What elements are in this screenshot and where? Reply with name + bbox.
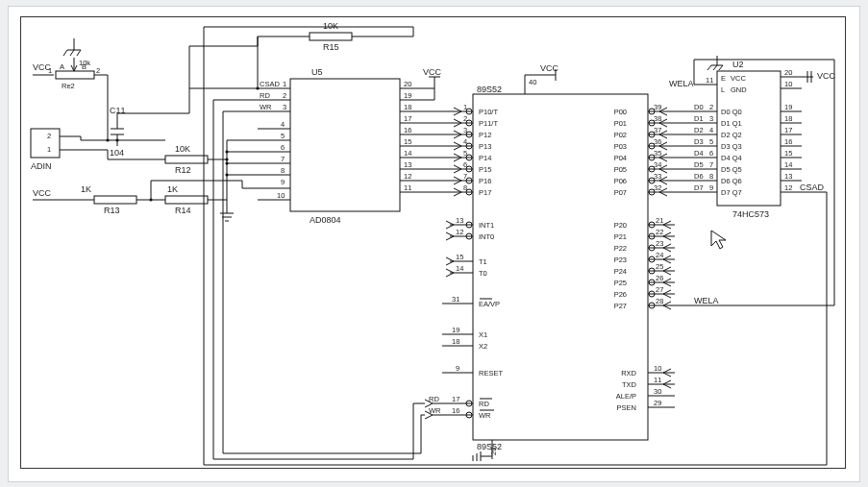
svg-text:5: 5 (281, 132, 285, 140)
svg-text:9: 9 (456, 364, 459, 373)
svg-text:15: 15 (784, 149, 792, 158)
resistor-r15: 10K R15 (310, 21, 352, 52)
svg-text:18: 18 (784, 114, 792, 123)
svg-text:P16: P16 (479, 177, 491, 185)
svg-text:8: 8 (709, 172, 713, 181)
svg-text:23: 23 (656, 239, 663, 248)
svg-text:10K: 10K (323, 21, 338, 31)
svg-text:D5: D5 (694, 160, 704, 169)
svg-text:10: 10 (654, 364, 661, 373)
svg-text:AD0804: AD0804 (310, 215, 341, 225)
svg-text:89S52: 89S52 (477, 85, 502, 94)
gnd-symbol-pot (63, 38, 81, 56)
svg-point-68 (225, 173, 228, 176)
svg-text:RD: RD (260, 91, 270, 100)
svg-text:14: 14 (404, 149, 411, 158)
svg-text:28: 28 (656, 297, 663, 305)
svg-text:WR: WR (429, 406, 441, 415)
svg-text:17: 17 (784, 126, 792, 134)
svg-text:WR: WR (479, 411, 491, 420)
svg-line-315 (713, 65, 717, 70)
svg-text:P21: P21 (614, 232, 627, 241)
svg-rect-45 (94, 196, 136, 204)
svg-rect-49 (165, 196, 208, 204)
svg-text:P11/T: P11/T (479, 119, 498, 128)
svg-text:11: 11 (404, 183, 411, 192)
svg-text:40: 40 (529, 78, 536, 86)
svg-text:38: 38 (654, 114, 661, 123)
svg-text:P14: P14 (479, 154, 491, 162)
svg-text:4: 4 (709, 126, 713, 134)
svg-text:GND: GND (731, 85, 747, 94)
svg-line-314 (707, 65, 711, 70)
svg-text:16: 16 (784, 137, 792, 146)
svg-line-2 (63, 50, 67, 56)
svg-text:P15: P15 (479, 165, 491, 174)
svg-point-57 (149, 198, 152, 201)
svg-text:30: 30 (654, 387, 661, 396)
svg-text:7: 7 (463, 172, 467, 181)
svg-text:X2: X2 (479, 342, 487, 351)
vcc-label-u5: VCC (423, 67, 442, 77)
svg-text:37: 37 (654, 126, 661, 134)
svg-text:E: E (721, 74, 726, 83)
svg-text:R12: R12 (175, 165, 191, 175)
svg-text:D4 Q4: D4 Q4 (721, 154, 742, 162)
svg-text:20: 20 (404, 80, 411, 88)
svg-text:D2: D2 (694, 126, 704, 134)
svg-text:12: 12 (784, 183, 792, 192)
svg-text:74HC573: 74HC573 (732, 209, 769, 219)
svg-text:R13: R13 (104, 206, 120, 215)
svg-text:D1: D1 (694, 114, 704, 123)
svg-text:P27: P27 (614, 302, 627, 310)
svg-text:22: 22 (656, 228, 663, 236)
svg-text:1: 1 (48, 66, 52, 75)
resistor-r14: 1K R14 (165, 184, 208, 215)
schematic-canvas[interactable]: VCC 1 A B 10k Re2 2 C11 (20, 16, 846, 469)
svg-text:3: 3 (709, 114, 713, 123)
svg-text:20: 20 (784, 68, 792, 77)
svg-rect-96 (310, 33, 352, 40)
svg-point-67 (225, 161, 228, 164)
svg-text:19: 19 (452, 326, 459, 334)
svg-text:1: 1 (47, 145, 51, 154)
svg-text:32: 32 (654, 183, 661, 192)
svg-text:7: 7 (709, 160, 713, 169)
svg-text:4: 4 (281, 120, 285, 129)
svg-text:11: 11 (706, 76, 713, 85)
svg-text:34: 34 (654, 160, 661, 169)
svg-text:RD: RD (479, 400, 489, 408)
svg-text:T0: T0 (479, 269, 487, 278)
gnd-symbol-u2top (707, 56, 723, 70)
svg-text:1K: 1K (81, 184, 91, 194)
svg-text:R14: R14 (175, 206, 191, 215)
svg-text:P00: P00 (614, 108, 627, 116)
svg-text:RESET: RESET (479, 369, 503, 377)
svg-text:5: 5 (463, 149, 467, 158)
svg-text:L: L (721, 85, 725, 94)
svg-text:7: 7 (281, 155, 285, 163)
svg-text:26: 26 (656, 274, 663, 282)
potentiometer-re2: A B 10k Re2 2 (56, 58, 100, 90)
svg-text:6: 6 (709, 149, 713, 158)
svg-text:17: 17 (452, 395, 459, 403)
svg-text:P05: P05 (614, 165, 627, 174)
svg-text:P07: P07 (614, 188, 627, 197)
svg-text:D0 Q0: D0 Q0 (721, 108, 742, 116)
vcc-mcu-top: VCC (540, 63, 559, 73)
u2-d-inputs: D02 D13 D24 D35 D46 D57 D68 D79 (694, 103, 717, 192)
svg-text:104: 104 (110, 148, 124, 158)
svg-text:2: 2 (47, 132, 51, 140)
svg-text:39: 39 (654, 103, 661, 111)
svg-text:9: 9 (281, 178, 285, 186)
svg-text:INT0: INT0 (479, 232, 494, 241)
svg-text:D2 Q2: D2 Q2 (721, 131, 742, 139)
svg-text:D1 Q1: D1 Q1 (721, 119, 742, 128)
svg-rect-37 (165, 156, 208, 163)
svg-text:R15: R15 (323, 42, 339, 52)
svg-text:2: 2 (96, 66, 100, 75)
svg-line-3 (70, 50, 74, 56)
svg-point-35 (115, 138, 118, 141)
svg-text:8: 8 (281, 166, 285, 175)
svg-rect-27 (31, 129, 60, 158)
